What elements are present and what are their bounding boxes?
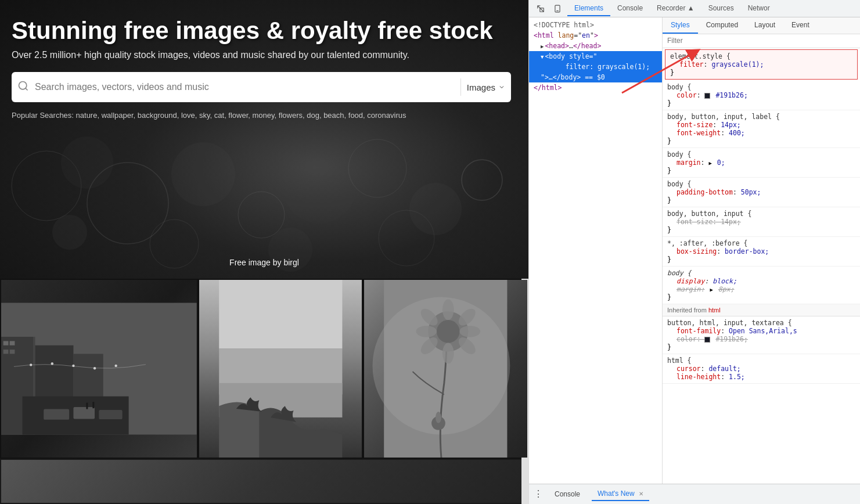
rule-prop-padding: padding-bottom: 50px; xyxy=(667,188,855,196)
search-type-dropdown[interactable]: Images xyxy=(467,82,505,92)
svg-point-5 xyxy=(282,148,357,224)
popular-searches: Popular Searches: nature, wallpaper, bac… xyxy=(12,111,517,120)
dom-panel: <!DOCTYPE html> <html lang="en"> ▶<head>… xyxy=(529,17,663,484)
tab-event[interactable]: Event xyxy=(783,17,818,34)
svg-point-41 xyxy=(442,300,454,321)
close-whatsnew-icon[interactable]: ✕ xyxy=(639,491,643,497)
photo-grid xyxy=(0,279,528,459)
rule-selector-bhit: button, html, input, textarea { xyxy=(667,319,855,327)
inspect-element-icon[interactable] xyxy=(534,2,548,16)
svg-point-9 xyxy=(52,215,87,250)
devtools-main-area: <!DOCTYPE html> <html lang="en"> ▶<head>… xyxy=(529,17,860,484)
svg-point-28 xyxy=(51,362,53,365)
svg-rect-17 xyxy=(3,341,9,345)
dom-line-body-filter[interactable]: filter: grayscale(1); xyxy=(529,62,662,72)
svg-point-43 xyxy=(460,326,481,337)
tab-styles[interactable]: Styles xyxy=(663,17,698,34)
rule-prop-filter: filter: grayscale(1); xyxy=(670,60,852,69)
tab-computed[interactable]: Computed xyxy=(698,17,746,34)
photo-street xyxy=(1,280,197,458)
device-toolbar-icon[interactable] xyxy=(550,2,564,16)
svg-point-30 xyxy=(93,367,96,369)
svg-point-8 xyxy=(462,160,502,200)
body-button-input-rule: body, button, input { font-size: 14px; } xyxy=(663,207,860,237)
rule-close-7: } xyxy=(667,255,855,264)
rule-close-2: } xyxy=(667,99,855,107)
rule-close-1: } xyxy=(670,69,852,77)
body-margin-rule: body { margin: ▶ 0; } xyxy=(663,148,860,178)
hero-subtitle: Over 2.5 million+ high quality stock ima… xyxy=(12,50,517,60)
devtools-bottom-bar: ⋮ Console What's New ✕ xyxy=(529,484,860,504)
photo-sea xyxy=(199,280,362,458)
body-color-rule: body { color: #191b26; } xyxy=(663,81,860,110)
tab-elements[interactable]: Elements xyxy=(567,1,610,16)
svg-rect-33 xyxy=(92,402,94,408)
rule-prop-margin-strikethrough: margin: ▶ 8px; xyxy=(667,285,855,293)
rule-prop-cursor: cursor: default; xyxy=(667,365,855,373)
svg-rect-25 xyxy=(73,407,95,419)
tab-network[interactable]: Networ xyxy=(741,1,777,16)
more-options-icon[interactable]: ⋮ xyxy=(534,488,543,500)
rule-selector-body-1: body { xyxy=(667,83,855,91)
rule-prop-font-weight: font-weight: 400; xyxy=(667,129,855,137)
svg-rect-20 xyxy=(10,350,15,354)
hero-content: Stunning free images & royalty free stoc… xyxy=(12,17,517,120)
rule-prop-margin: margin: ▶ 0; xyxy=(667,159,855,167)
svg-point-47 xyxy=(416,326,437,337)
body-padding-rule: body { padding-bottom: 50px; } xyxy=(663,178,860,207)
search-icon xyxy=(17,80,29,95)
svg-point-12 xyxy=(379,210,434,266)
element-style-rule: element.style { filter: grayscale(1); } xyxy=(665,49,858,80)
rule-prop-font-size-1: font-size: 14px; xyxy=(667,121,855,129)
search-divider xyxy=(460,78,461,96)
rule-selector-bbi: body, button, input { xyxy=(667,210,855,218)
triangle-icon: ▶ xyxy=(708,160,711,166)
svg-point-10 xyxy=(150,219,199,268)
tab-layout[interactable]: Layout xyxy=(746,17,783,34)
universal-rule: *, :after, :before { box-sizing: border-… xyxy=(663,237,860,267)
rule-selector-body-2: body { xyxy=(667,150,855,159)
rule-selector-element: element.style { xyxy=(670,52,852,60)
styles-content: element.style { filter: grayscale(1); } … xyxy=(663,48,860,484)
svg-rect-34 xyxy=(219,280,342,348)
chevron-down-icon xyxy=(498,84,505,91)
rule-close-8: } xyxy=(667,293,855,301)
rule-selector-body-3: body { xyxy=(667,180,855,188)
svg-point-40 xyxy=(437,320,459,343)
bottom-photos xyxy=(0,459,528,504)
svg-point-6 xyxy=(348,139,406,197)
styles-tabs: Styles Computed Layout Event xyxy=(663,17,860,34)
search-input[interactable] xyxy=(35,82,455,92)
bottom-tab-console[interactable]: Console xyxy=(549,488,586,501)
bottom-tab-whatsnew[interactable]: What's New ✕ xyxy=(592,487,649,501)
dom-line-body[interactable]: ▼<body style=" xyxy=(529,51,662,62)
dom-line-head[interactable]: ▶<head>…</head> xyxy=(529,41,662,51)
svg-point-1 xyxy=(61,136,113,189)
svg-rect-26 xyxy=(99,410,122,419)
svg-rect-18 xyxy=(10,341,15,345)
hero-title: Stunning free images & royalty free stoc… xyxy=(12,17,517,44)
website-panel: Stunning free images & royalty free stoc… xyxy=(0,0,528,504)
body-button-input-label-rule: body, button, input, label { font-size: … xyxy=(663,110,860,148)
styles-filter-input[interactable] xyxy=(667,37,855,45)
dom-line-doctype[interactable]: <!DOCTYPE html> xyxy=(529,20,662,30)
dom-line-html-close[interactable]: </html> xyxy=(529,82,662,93)
tab-console[interactable]: Console xyxy=(610,1,650,16)
rule-close-5: } xyxy=(667,196,855,204)
tab-recorder[interactable]: Recorder ▲ xyxy=(650,1,701,16)
svg-rect-19 xyxy=(3,350,9,354)
color-swatch xyxy=(704,93,710,99)
dom-line-body-close[interactable]: ">…</body> == $0 xyxy=(529,72,662,82)
svg-point-3 xyxy=(171,142,235,206)
sea-image xyxy=(199,280,362,458)
color-swatch-2 xyxy=(704,337,710,343)
svg-rect-24 xyxy=(44,409,69,420)
tab-sources[interactable]: Sources xyxy=(701,1,741,16)
svg-point-31 xyxy=(114,365,117,367)
photo-flower xyxy=(364,280,527,458)
street-image xyxy=(1,280,197,458)
rule-prop-font-family: font-family: Open Sans,Arial,s xyxy=(667,327,855,335)
dom-line-html[interactable]: <html lang="en"> xyxy=(529,30,662,41)
flower-image xyxy=(364,280,527,458)
rule-prop-color: color: #191b26; xyxy=(667,91,855,99)
